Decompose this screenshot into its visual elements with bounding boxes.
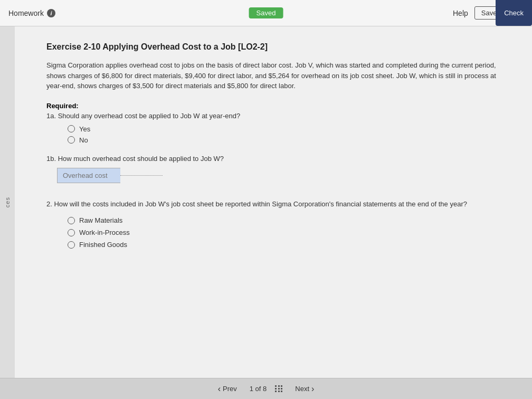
- prev-label: Prev: [223, 385, 237, 393]
- prev-chevron-icon: [218, 384, 221, 394]
- q2-text: 2. How will the costs included in Job W'…: [46, 199, 500, 210]
- q2-radio-group: Raw Materials Work-in-Process Finished G…: [68, 216, 500, 249]
- main-content: Exercise 2-10 Applying Overhead Cost to …: [15, 26, 532, 378]
- q2-finishedgoods-label: Finished Goods: [79, 241, 127, 249]
- q2-workinprocess-radio[interactable]: [68, 229, 75, 236]
- top-bar-left: Homework i: [8, 9, 55, 17]
- q2-workinprocess-option[interactable]: Work-in-Process: [68, 229, 500, 236]
- q1a-yes-option[interactable]: Yes: [68, 125, 500, 133]
- info-icon[interactable]: i: [47, 9, 55, 17]
- q1a-no-radio[interactable]: [68, 136, 75, 144]
- left-nav-label: ces: [4, 197, 11, 207]
- exercise-title: Exercise 2-10 Applying Overhead Cost to …: [46, 42, 500, 52]
- q1a-radio-group: Yes No: [68, 125, 500, 144]
- q2-rawmaterials-label: Raw Materials: [79, 216, 122, 224]
- grid-icon[interactable]: [275, 385, 282, 393]
- q1a-yes-label: Yes: [79, 125, 90, 133]
- check-button[interactable]: Check: [496, 0, 532, 26]
- q1b-text: 1b. How much overhead cost should be app…: [46, 155, 500, 163]
- page-info: 1 of 8: [250, 385, 267, 393]
- overhead-cost-input[interactable]: [57, 168, 120, 183]
- q2-rawmaterials-option[interactable]: Raw Materials: [68, 216, 500, 224]
- top-bar: Homework i Saved Help Save & Exit Check: [0, 0, 532, 26]
- overhead-input-container: [57, 168, 500, 183]
- q2-finishedgoods-option[interactable]: Finished Goods: [68, 241, 500, 249]
- dots-decoration: [120, 175, 163, 176]
- q1a-yes-radio[interactable]: [68, 125, 75, 132]
- page-of: of: [255, 385, 263, 393]
- page-current: 1: [250, 385, 253, 393]
- q2-workinprocess-label: Work-in-Process: [79, 229, 130, 236]
- saved-badge: Saved: [249, 7, 283, 18]
- q2-finishedgoods-radio[interactable]: [68, 241, 75, 249]
- next-label: Next: [295, 385, 309, 393]
- next-button[interactable]: Next: [291, 382, 318, 396]
- exercise-description: Sigma Corporation applies overhead cost …: [46, 60, 500, 91]
- q1a-no-label: No: [79, 136, 88, 144]
- prev-button[interactable]: Prev: [214, 382, 241, 396]
- page-total: 8: [263, 385, 267, 393]
- homework-label: Homework: [8, 9, 44, 17]
- q1a-no-option[interactable]: No: [68, 136, 500, 144]
- required-label: Required:: [46, 102, 500, 110]
- left-nav: ces: [0, 26, 15, 378]
- q2-rawmaterials-radio[interactable]: [68, 217, 75, 224]
- next-chevron-icon: [311, 384, 314, 394]
- bottom-nav: Prev 1 of 8 Next: [0, 378, 532, 399]
- overhead-input-wrapper: [57, 168, 500, 183]
- q1a-text: 1a. Should any overhead cost be applied …: [46, 112, 500, 120]
- help-link[interactable]: Help: [453, 9, 468, 17]
